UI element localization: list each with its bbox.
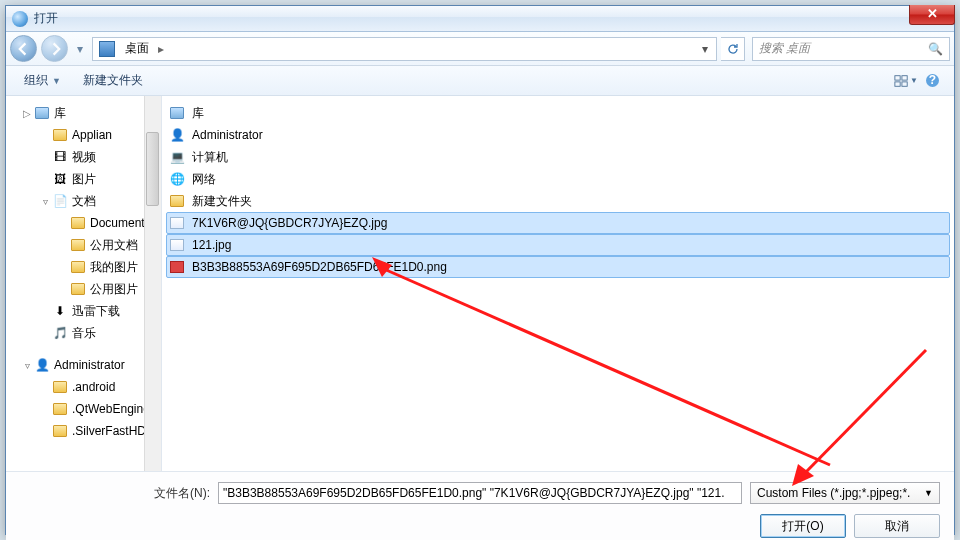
file-icon — [169, 237, 185, 253]
expand-icon[interactable]: ▿ — [20, 360, 34, 371]
new-folder-button[interactable]: 新建文件夹 — [75, 69, 151, 92]
tree-item-label: 视频 — [72, 149, 96, 166]
tree-item-label: 库 — [54, 105, 66, 122]
toolbar: 组织▼ 新建文件夹 ▼ ? — [6, 66, 954, 96]
tree-item[interactable]: ▿📄文档 — [6, 190, 161, 212]
tree-item[interactable]: ▷库 — [6, 102, 161, 124]
file-item[interactable]: 121.jpg — [166, 234, 950, 256]
tree-item[interactable]: .SilverFastHDR — [6, 420, 161, 442]
tree-item-label: Applian — [72, 128, 112, 142]
tree-item[interactable]: 我的图片 — [6, 256, 161, 278]
address-dropdown[interactable]: ▾ — [696, 42, 714, 56]
file-icon — [169, 259, 185, 275]
file-label: 新建文件夹 — [190, 192, 254, 211]
refresh-button[interactable] — [721, 37, 745, 61]
filename-input[interactable] — [218, 482, 742, 504]
file-item[interactable]: 7K1V6R@JQ{GBDCR7JYA}EZQ.jpg — [166, 212, 950, 234]
tree-item-label: 我的图片 — [90, 259, 138, 276]
folder-tree[interactable]: ▷库Applian🎞视频🖼图片▿📄文档Documents公用文档我的图片公用图片… — [6, 96, 162, 471]
file-label: 计算机 — [190, 148, 230, 167]
file-item[interactable]: 💻计算机 — [166, 146, 950, 168]
file-item[interactable]: B3B3B88553A69F695D2DB65FD65FE1D0.png — [166, 256, 950, 278]
svg-rect-2 — [895, 81, 900, 85]
tree-item-label: 文档 — [72, 193, 96, 210]
file-item[interactable]: 👤Administrator — [166, 124, 950, 146]
organize-button[interactable]: 组织▼ — [16, 69, 69, 92]
chevron-down-icon: ▼ — [910, 76, 918, 85]
file-icon — [169, 193, 185, 209]
app-icon — [12, 11, 28, 27]
tree-item-label: .SilverFastHDR — [72, 424, 155, 438]
tree-item[interactable]: .android — [6, 376, 161, 398]
open-dialog: 打开 ✕ ▾ 桌面 ▸ ▾ 搜索 桌面🔍 组织▼ 新建文件夹 ▼ ? ▷库App… — [5, 5, 955, 535]
filetype-filter[interactable]: Custom Files (*.jpg;*.pjpeg;*.▼ — [750, 482, 940, 504]
tree-item-label: .QtWebEngine — [72, 402, 150, 416]
chevron-right-icon[interactable]: ▸ — [155, 42, 167, 56]
file-item[interactable]: 新建文件夹 — [166, 190, 950, 212]
tree-scrollbar-thumb[interactable] — [146, 132, 159, 206]
file-icon: 🌐 — [169, 171, 185, 187]
filename-label: 文件名(N): — [20, 485, 210, 502]
search-placeholder: 搜索 桌面 — [759, 40, 810, 57]
tree-item[interactable]: Documents — [6, 212, 161, 234]
search-input[interactable]: 搜索 桌面🔍 — [752, 37, 950, 61]
file-icon — [169, 105, 185, 121]
bottom-panel: 文件名(N): Custom Files (*.jpg;*.pjpeg;*.▼ … — [6, 471, 954, 540]
tree-item[interactable]: 🖼图片 — [6, 168, 161, 190]
file-label: 7K1V6R@JQ{GBDCR7JYA}EZQ.jpg — [190, 215, 389, 231]
tree-item[interactable]: Applian — [6, 124, 161, 146]
file-label: B3B3B88553A69F695D2DB65FD65FE1D0.png — [190, 259, 449, 275]
tree-item-label: .android — [72, 380, 115, 394]
cancel-button[interactable]: 取消 — [854, 514, 940, 538]
svg-rect-1 — [902, 75, 907, 79]
tree-item-label: Administrator — [54, 358, 125, 372]
forward-button[interactable] — [41, 35, 68, 62]
file-label: 121.jpg — [190, 237, 233, 253]
tree-item-label: 迅雷下载 — [72, 303, 120, 320]
tree-item[interactable]: 🎵音乐 — [6, 322, 161, 344]
file-label: 库 — [190, 104, 206, 123]
chevron-down-icon: ▼ — [924, 488, 933, 498]
tree-item[interactable]: 公用文档 — [6, 234, 161, 256]
help-button[interactable]: ? — [920, 70, 944, 92]
address-bar[interactable]: 桌面 ▸ ▾ — [92, 37, 717, 61]
titlebar[interactable]: 打开 ✕ — [6, 6, 954, 32]
nav-bar: ▾ 桌面 ▸ ▾ 搜索 桌面🔍 — [6, 32, 954, 66]
svg-rect-3 — [902, 81, 907, 85]
file-label: Administrator — [190, 127, 265, 143]
view-mode-button[interactable]: ▼ — [894, 70, 918, 92]
tree-item[interactable]: ⬇迅雷下载 — [6, 300, 161, 322]
svg-text:?: ? — [928, 73, 935, 87]
window-title: 打开 — [34, 10, 58, 27]
tree-item-label: Documents — [90, 216, 151, 230]
close-button[interactable]: ✕ — [909, 5, 955, 25]
file-icon: 👤 — [169, 127, 185, 143]
breadcrumb-root[interactable]: 桌面 — [119, 38, 155, 60]
file-item[interactable]: 🌐网络 — [166, 168, 950, 190]
expand-icon[interactable]: ▿ — [38, 196, 52, 207]
file-item[interactable]: 库 — [166, 102, 950, 124]
search-icon: 🔍 — [928, 42, 943, 56]
tree-item[interactable]: 公用图片 — [6, 278, 161, 300]
file-icon — [169, 215, 185, 231]
tree-item[interactable]: .QtWebEngine — [6, 398, 161, 420]
tree-item-label: 音乐 — [72, 325, 96, 342]
drive-icon — [99, 41, 115, 57]
svg-rect-0 — [895, 75, 900, 79]
tree-item[interactable]: ▿👤Administrator — [6, 354, 161, 376]
history-dropdown[interactable]: ▾ — [72, 35, 88, 62]
tree-item-label: 图片 — [72, 171, 96, 188]
open-button[interactable]: 打开(O) — [760, 514, 846, 538]
tree-item-label: 公用文档 — [90, 237, 138, 254]
file-label: 网络 — [190, 170, 218, 189]
chevron-down-icon: ▼ — [52, 76, 61, 86]
tree-item[interactable]: 🎞视频 — [6, 146, 161, 168]
tree-item-label: 公用图片 — [90, 281, 138, 298]
file-icon: 💻 — [169, 149, 185, 165]
expand-icon[interactable]: ▷ — [20, 108, 34, 119]
file-list[interactable]: 库👤Administrator💻计算机🌐网络新建文件夹7K1V6R@JQ{GBD… — [162, 96, 954, 471]
back-button[interactable] — [10, 35, 37, 62]
